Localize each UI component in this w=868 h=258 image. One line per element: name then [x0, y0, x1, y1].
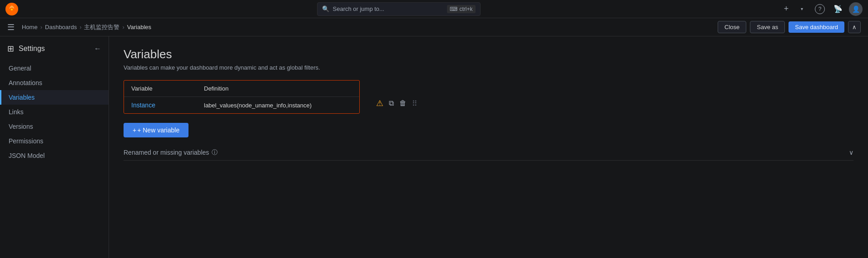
search-icon: 🔍: [322, 5, 329, 12]
col-variable-header: Variable: [131, 85, 204, 92]
sidebar-item-annotations[interactable]: Annotations: [0, 76, 109, 90]
renamed-text: Renamed or missing variables: [124, 149, 209, 156]
new-variable-plus-icon: +: [133, 126, 136, 134]
variable-definition: label_values(node_uname_info,instance): [204, 102, 352, 109]
sidebar-title: Settings: [19, 45, 45, 53]
col-definition-header: Definition: [204, 85, 352, 92]
table-row[interactable]: Instance label_values(node_uname_info,in…: [124, 97, 359, 113]
close-button[interactable]: Close: [718, 21, 746, 33]
help-button[interactable]: ?: [813, 2, 827, 16]
info-icon[interactable]: ⓘ: [212, 148, 218, 157]
variables-table: Variable Definition Instance label_value…: [124, 80, 360, 114]
save-dashboard-button[interactable]: Save dashboard: [789, 21, 844, 33]
breadcrumb-sep-2: ›: [79, 24, 81, 30]
feed-icon: 📡: [833, 5, 843, 13]
sidebar-header: ⊞ Settings ←: [0, 44, 109, 61]
top-nav-right: + ▾ ? 📡 👤: [779, 2, 863, 16]
sidebar-item-general[interactable]: General: [0, 61, 109, 76]
grafana-logo[interactable]: [5, 3, 18, 15]
search-bar[interactable]: 🔍 Search or jump to... ⌨ ctrl+k: [317, 2, 481, 16]
plus-button[interactable]: +: [779, 2, 794, 16]
avatar-initials: 👤: [852, 5, 860, 13]
breadcrumb-sep-3: ›: [122, 24, 124, 30]
copy-icon[interactable]: ⧉: [389, 99, 394, 107]
search-shortcut: ⌨ ctrl+k: [447, 5, 475, 13]
feed-button[interactable]: 📡: [831, 2, 845, 16]
breadcrumb-dashboards[interactable]: Dashboards: [45, 24, 77, 30]
top-nav: 🔍 Search or jump to... ⌨ ctrl+k + ▾ ? 📡 …: [0, 0, 868, 18]
row-actions: ⚠ ⧉ 🗑 ⠿: [367, 80, 417, 108]
sidebar-item-versions[interactable]: Versions: [0, 119, 109, 134]
keyboard-icon: ⌨: [450, 6, 457, 12]
page-title: Variables: [124, 47, 853, 61]
collapse-button[interactable]: ∧: [848, 21, 861, 33]
plus-dropdown[interactable]: + ▾: [779, 2, 809, 16]
avatar[interactable]: 👤: [849, 2, 863, 16]
sidebar-item-links[interactable]: Links: [0, 105, 109, 119]
chevron-down-icon[interactable]: ∨: [849, 149, 853, 156]
page-subtitle: Variables can make your dashboard more d…: [124, 64, 853, 71]
breadcrumb-dashboard-name[interactable]: 主机监控告警: [84, 23, 119, 31]
breadcrumb-home[interactable]: Home: [22, 24, 38, 30]
new-variable-label: + New variable: [137, 126, 179, 134]
save-as-button[interactable]: Save as: [750, 21, 785, 33]
warning-icon[interactable]: ⚠: [376, 98, 383, 108]
drag-handle-icon[interactable]: ⠿: [412, 99, 417, 108]
plus-chevron[interactable]: ▾: [794, 2, 809, 16]
content-area: Variables Variables can make your dashbo…: [109, 36, 868, 258]
toolbar-actions: Close Save as Save dashboard ∧: [718, 21, 861, 33]
breadcrumb: Home › Dashboards › 主机监控告警 › Variables: [22, 23, 151, 31]
search-placeholder: Search or jump to...: [333, 5, 384, 12]
renamed-missing-label: Renamed or missing variables ⓘ: [124, 148, 218, 157]
breadcrumb-current: Variables: [127, 24, 151, 30]
second-toolbar: ☰ Home › Dashboards › 主机监控告警 › Variables…: [0, 18, 868, 36]
sidebar-item-variables[interactable]: Variables: [0, 90, 109, 105]
sidebar-item-permissions[interactable]: Permissions: [0, 134, 109, 148]
sidebar: ⊞ Settings ← General Annotations Variabl…: [0, 36, 109, 258]
top-nav-left: [5, 3, 18, 15]
variables-table-header: Variable Definition: [124, 81, 359, 97]
delete-icon[interactable]: 🗑: [399, 99, 407, 107]
help-icon: ?: [815, 4, 825, 14]
svg-point-1: [11, 9, 13, 10]
sidebar-item-json-model[interactable]: JSON Model: [0, 148, 109, 163]
breadcrumb-sep-1: ›: [40, 24, 42, 30]
variable-name[interactable]: Instance: [131, 101, 204, 109]
settings-grid-icon: ⊞: [7, 44, 14, 54]
sidebar-collapse-button[interactable]: ←: [94, 45, 101, 53]
new-variable-button[interactable]: + + New variable: [124, 123, 188, 137]
bottom-section: Renamed or missing variables ⓘ ∨: [124, 148, 853, 161]
hamburger-menu[interactable]: ☰: [7, 22, 15, 32]
main-layout: ⊞ Settings ← General Annotations Variabl…: [0, 36, 868, 258]
